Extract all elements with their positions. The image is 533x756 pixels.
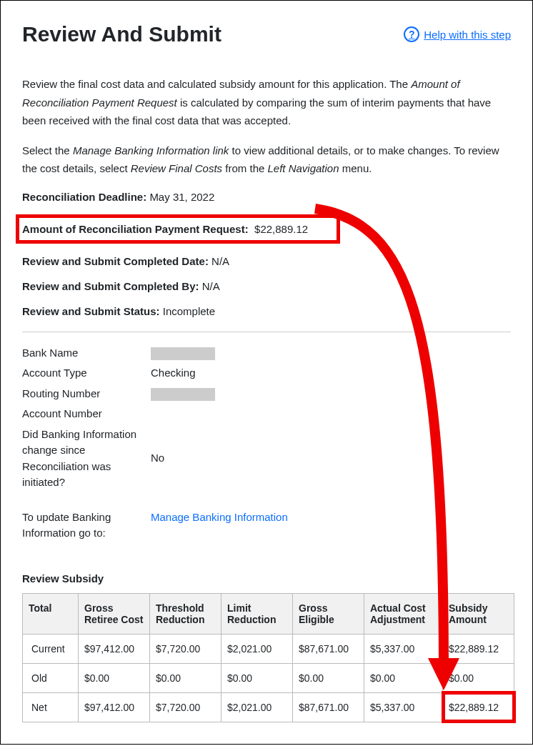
- value: [151, 343, 288, 364]
- meta-label: Review and Submit Completed By:: [22, 280, 199, 292]
- redacted-value: [151, 347, 215, 360]
- meta-value: N/A: [202, 280, 220, 292]
- cell: $7,720.00: [150, 692, 221, 722]
- cell: $87,671.00: [293, 692, 364, 722]
- row-label: Current: [23, 634, 79, 663]
- col-header: Actual Cost Adjustment: [364, 593, 443, 634]
- cell: $87,671.00: [293, 634, 364, 663]
- value: [151, 384, 288, 404]
- text: Review the final cost data and calculate…: [22, 78, 411, 90]
- col-header: Threshold Reduction: [150, 593, 221, 634]
- acct-type-row: Account Type Checking: [22, 363, 288, 384]
- meta-label: Reconciliation Deadline:: [22, 191, 146, 203]
- text: Manage Banking Information link: [73, 144, 229, 156]
- intro-para-1: Review the final cost data and calculate…: [22, 75, 511, 130]
- changed-row: Did Banking Information change since Rec…: [22, 424, 288, 493]
- page-wrapper: Review And Submit ? Help with this step …: [0, 0, 533, 745]
- manage-banking-link[interactable]: Manage Banking Information: [151, 511, 288, 523]
- label: Account Number: [22, 404, 151, 424]
- cell: $0.00: [443, 663, 514, 692]
- update-row: To update Banking Information go to: Man…: [22, 507, 288, 544]
- cell: $5,337.00: [364, 692, 443, 722]
- text: Review Final Costs: [131, 162, 222, 174]
- cell: $2,021.00: [221, 692, 293, 722]
- bank-info-table: Bank Name Account Type Checking Routing …: [22, 343, 288, 544]
- help-link[interactable]: ? Help with this step: [404, 26, 511, 42]
- help-icon: ?: [404, 26, 419, 42]
- cell: $22,889.12: [443, 634, 514, 663]
- meta-amount: Amount of Reconciliation Payment Request…: [22, 214, 511, 244]
- label: Routing Number: [22, 384, 151, 404]
- table-header-row: Total Gross Retiree Cost Threshold Reduc…: [23, 593, 514, 634]
- review-subsidy-title: Review Subsidy: [22, 572, 511, 585]
- cell: $97,412.00: [79, 634, 150, 663]
- text: from the: [222, 162, 267, 174]
- divider: [22, 332, 511, 332]
- highlight-net-subsidy-cell: $22,889.12: [443, 692, 514, 722]
- row-label: Old: [23, 663, 79, 692]
- cell: $0.00: [150, 663, 221, 692]
- meta-completed-by: Review and Submit Completed By: N/A: [22, 279, 511, 294]
- bank-name-row: Bank Name: [22, 343, 288, 364]
- cell: $2,021.00: [221, 634, 293, 663]
- meta-value: Incomplete: [163, 305, 215, 317]
- row-label: Net: [23, 692, 79, 722]
- meta-completed-date: Review and Submit Completed Date: N/A: [22, 254, 511, 269]
- label: Did Banking Information change since Rec…: [22, 424, 151, 493]
- cell: $5,337.00: [364, 634, 443, 663]
- page-title: Review And Submit: [22, 22, 221, 46]
- label: To update Banking Information go to:: [22, 507, 151, 544]
- help-link-label: Help with this step: [424, 29, 511, 41]
- meta-label: Review and Submit Status:: [22, 305, 160, 317]
- value: Checking: [151, 363, 288, 384]
- cell: $97,412.00: [79, 692, 150, 722]
- redacted-value: [151, 388, 215, 401]
- value: [151, 404, 288, 424]
- table-row: Old $0.00 $0.00 $0.00 $0.00 $0.00 $0.00: [23, 663, 514, 692]
- label: Bank Name: [22, 343, 151, 364]
- meta-value: N/A: [211, 255, 229, 267]
- col-header: Subsidy Amount: [443, 593, 514, 634]
- routing-row: Routing Number: [22, 384, 288, 404]
- meta-value: $22,889.12: [254, 223, 308, 235]
- acct-num-row: Account Number: [22, 404, 288, 424]
- meta-status: Review and Submit Status: Incomplete: [22, 304, 511, 319]
- highlight-amount: Amount of Reconciliation Payment Request…: [16, 214, 340, 244]
- cell: $7,720.00: [150, 634, 221, 663]
- cell: $0.00: [364, 663, 443, 692]
- cell: $0.00: [79, 663, 150, 692]
- intro-para-2: Select the Manage Banking Information li…: [22, 141, 511, 178]
- subsidy-table: Total Gross Retiree Cost Threshold Reduc…: [22, 593, 514, 722]
- cell: $0.00: [293, 663, 364, 692]
- meta-value: May 31, 2022: [149, 191, 214, 203]
- col-header: Gross Retiree Cost: [79, 593, 150, 634]
- cell: $0.00: [221, 663, 293, 692]
- label: Account Type: [22, 363, 151, 384]
- col-header: Total: [23, 593, 79, 634]
- text: menu.: [339, 162, 372, 174]
- value: No: [151, 424, 288, 493]
- meta-label: Amount of Reconciliation Payment Request…: [22, 223, 249, 235]
- col-header: Gross Eligible: [293, 593, 364, 634]
- meta-deadline: Reconciliation Deadline: May 31, 2022: [22, 189, 511, 204]
- table-row: Net $97,412.00 $7,720.00 $2,021.00 $87,6…: [23, 692, 514, 722]
- table-row: Current $97,412.00 $7,720.00 $2,021.00 $…: [23, 634, 514, 663]
- meta-label: Review and Submit Completed Date:: [22, 255, 209, 267]
- text: Left Navigation: [267, 162, 339, 174]
- value: Manage Banking Information: [151, 507, 288, 544]
- header-row: Review And Submit ? Help with this step: [22, 22, 511, 46]
- text: Select the: [22, 144, 73, 156]
- col-header: Limit Reduction: [221, 593, 293, 634]
